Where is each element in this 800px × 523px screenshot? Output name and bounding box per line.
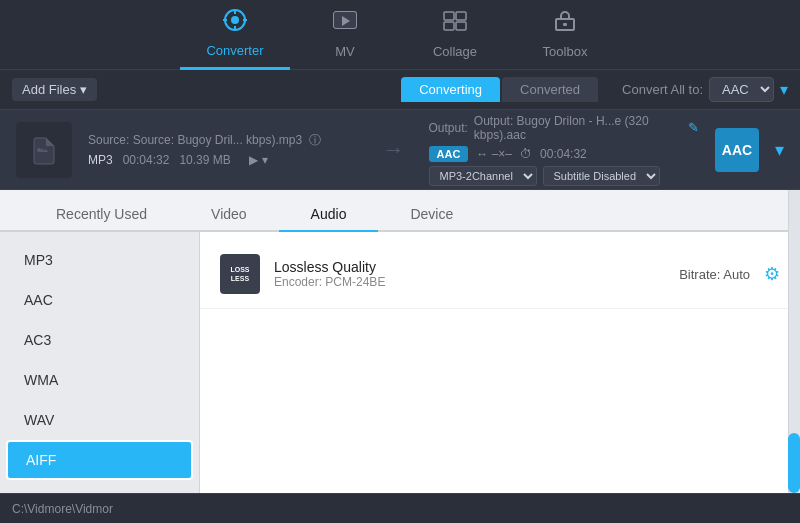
svg-rect-2 [234, 10, 236, 14]
nav-item-collage[interactable]: Collage [400, 0, 510, 70]
tab-audio[interactable]: Audio [279, 198, 379, 232]
output-filename: Output: Bugoy Drilon - H...e (320 kbps).… [474, 114, 682, 142]
toolbox-icon [552, 10, 578, 38]
format-ac3[interactable]: AC3 [0, 320, 199, 360]
add-files-label: Add Files [22, 82, 76, 97]
quality-encoder: Encoder: PCM-24BE [274, 275, 665, 289]
output-format-icon: AAC [715, 128, 759, 172]
file-thumbnail [16, 122, 72, 178]
output-time: 00:04:32 [540, 147, 587, 161]
tab-device[interactable]: Device [378, 198, 485, 232]
svg-point-1 [231, 16, 239, 24]
meta-duration: 00:04:32 [123, 153, 170, 167]
nav-mv-label: MV [335, 44, 355, 59]
svg-rect-11 [444, 22, 454, 30]
settings-icon[interactable]: ⚙ [764, 263, 780, 285]
convert-all-select[interactable]: AAC [709, 77, 774, 102]
collapse-button[interactable]: ▾ [262, 153, 268, 167]
output-label-text: Output: [429, 121, 468, 135]
svg-rect-12 [456, 22, 466, 30]
format-wav[interactable]: WAV [0, 400, 199, 440]
quality-icon-text: LOSSLESS [230, 265, 249, 283]
add-files-chevron-icon: ▾ [80, 82, 87, 97]
arrow-icon: → [383, 137, 405, 163]
svg-point-15 [37, 148, 41, 152]
format-mp3[interactable]: MP3 [0, 240, 199, 280]
nav-collage-label: Collage [433, 44, 477, 59]
format-panel: Recently Used Video Audio Device MP3 AAC… [0, 190, 800, 493]
format-tabs: Recently Used Video Audio Device [0, 190, 800, 232]
edit-icon[interactable]: ✎ [688, 120, 699, 135]
file-source: Source: Source: Bugoy Dril... kbps).mp3 … [88, 132, 359, 149]
toolbar: Add Files ▾ Converting Converted Convert… [0, 70, 800, 110]
quality-name: Lossless Quality [274, 259, 665, 275]
tab-group: Converting Converted [401, 77, 598, 102]
nav-item-converter[interactable]: Converter [180, 0, 290, 70]
expand-button[interactable]: ▶ [249, 153, 258, 167]
channel-select[interactable]: MP3-2Channel [429, 166, 537, 186]
resize-icon: ↔ –×– [476, 147, 512, 161]
top-nav: Converter MV Collage [0, 0, 800, 70]
format-wma[interactable]: WMA [0, 360, 199, 400]
collage-icon [442, 10, 468, 38]
nav-item-toolbox[interactable]: Toolbox [510, 0, 620, 70]
tab-video[interactable]: Video [179, 198, 279, 232]
convert-all-chevron-icon: ▾ [780, 80, 788, 99]
output-source: Output: Output: Bugoy Drilon - H...e (32… [429, 114, 700, 142]
svg-rect-9 [444, 12, 454, 20]
info-icon: ⓘ [309, 133, 321, 147]
tab-converted[interactable]: Converted [502, 77, 598, 102]
svg-rect-10 [456, 12, 466, 20]
quality-list: LOSSLESS Lossless Quality Encoder: PCM-2… [200, 232, 800, 493]
file-entry: Source: Source: Bugoy Dril... kbps).mp3 … [0, 110, 800, 190]
status-bar: C:\Vidmore\Vidmor [0, 493, 800, 523]
output-controls: AAC ↔ –×– ⏱ 00:04:32 [429, 146, 700, 162]
nav-item-mv[interactable]: MV [290, 0, 400, 70]
main-area: Source: Source: Bugoy Dril... kbps).mp3 … [0, 110, 800, 493]
subtitle-select[interactable]: Subtitle Disabled [543, 166, 660, 186]
add-files-button[interactable]: Add Files ▾ [12, 78, 97, 101]
meta-format: MP3 [88, 153, 113, 167]
source-filename: Source: Bugoy Dril... kbps).mp3 [133, 133, 302, 147]
convert-all-label: Convert All to: [622, 82, 703, 97]
meta-size: 10.39 MB [179, 153, 230, 167]
quality-bitrate: Bitrate: Auto [679, 267, 750, 282]
svg-rect-4 [223, 19, 227, 21]
format-aac[interactable]: AAC [0, 280, 199, 320]
scrollbar-thumb[interactable] [788, 433, 800, 493]
clock-icon: ⏱ [520, 147, 532, 161]
quality-info: Lossless Quality Encoder: PCM-24BE [274, 259, 665, 289]
file-meta: MP3 00:04:32 10.39 MB ▶ ▾ [88, 153, 359, 167]
format-badge: AAC [429, 146, 469, 162]
format-body: MP3 AAC AC3 WMA WAV AIFF FLAC LOSSLESS L… [0, 232, 800, 493]
converter-icon [222, 9, 248, 37]
quality-icon: LOSSLESS [220, 254, 260, 294]
quality-lossless[interactable]: LOSSLESS Lossless Quality Encoder: PCM-2… [200, 240, 800, 309]
nav-toolbox-label: Toolbox [543, 44, 588, 59]
file-info: Source: Source: Bugoy Dril... kbps).mp3 … [88, 132, 359, 167]
svg-rect-5 [243, 19, 247, 21]
mv-icon [332, 10, 358, 38]
source-label-text: Source: [88, 133, 133, 147]
status-path: C:\Vidmore\Vidmor [12, 502, 113, 516]
svg-rect-3 [234, 26, 236, 30]
output-info: Output: Output: Bugoy Drilon - H...e (32… [429, 114, 700, 186]
svg-rect-14 [563, 23, 567, 26]
format-list: MP3 AAC AC3 WMA WAV AIFF FLAC [0, 232, 200, 493]
format-aiff[interactable]: AIFF [6, 440, 193, 480]
output-chevron-icon[interactable]: ▾ [775, 139, 784, 161]
tab-recently-used[interactable]: Recently Used [24, 198, 179, 232]
format-flac[interactable]: FLAC [0, 480, 199, 493]
convert-all: Convert All to: AAC ▾ [622, 77, 788, 102]
nav-converter-label: Converter [206, 43, 263, 58]
tab-converting[interactable]: Converting [401, 77, 500, 102]
